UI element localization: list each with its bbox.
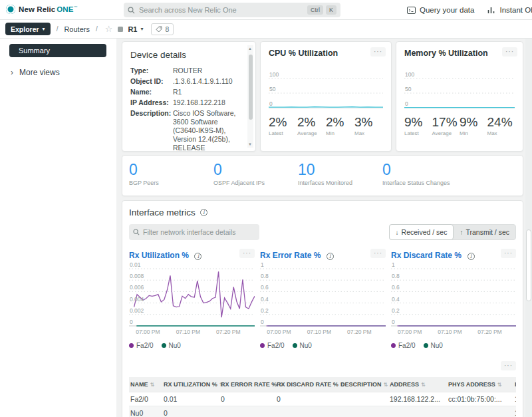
y-axis-label: 0.8: [392, 273, 400, 279]
chart-canvas: [391, 263, 516, 327]
tag-icon: [156, 26, 162, 33]
tags-badge[interactable]: 8: [151, 23, 174, 35]
breadcrumb-separator: /: [96, 25, 98, 33]
kpi-value: 0: [213, 162, 298, 178]
interface-filter[interactable]: [129, 224, 259, 240]
legend-item[interactable]: Nu0: [293, 342, 312, 349]
sidebar-item-more-views[interactable]: › More views: [11, 68, 116, 77]
table-header-row: NAME⇅ RX UTILIZATION %⇅ RX ERROR RATE %⇅…: [129, 377, 516, 392]
query-your-data-button[interactable]: Query your data: [407, 6, 474, 14]
table-row-fa2-0[interactable]: Fa2/0 0.01 0 0 192.168.122.2... cc:01:0b…: [129, 392, 516, 406]
stat-value: 2%: [326, 115, 354, 130]
explorer-dropdown[interactable]: Explorer ▾: [5, 23, 51, 35]
sidebar-item-summary[interactable]: Summary: [9, 44, 106, 57]
table-menu-row: ···: [129, 361, 516, 376]
chart-title[interactable]: Rx Discard Rate %: [391, 251, 462, 260]
transmit-per-sec-toggle[interactable]: ↑ Transmit / sec: [454, 225, 515, 239]
page-scrollbar[interactable]: [525, 39, 532, 417]
cpu-utilization-card: CPU % Utilization ··· 100500 2%Latest 2%…: [260, 41, 392, 152]
interfaces-table: NAME⇅ RX UTILIZATION %⇅ RX ERROR RATE %⇅…: [129, 377, 516, 417]
new-relic-logo-icon: [6, 5, 15, 14]
x-axis-label: 07:10 PM: [307, 329, 331, 335]
new-relic-logo[interactable]: New RelicONE™: [6, 5, 78, 14]
y-axis-label: 0.004: [130, 296, 144, 303]
y-axis-label: 0: [130, 319, 133, 325]
table-cell[interactable]: Fa2/0: [129, 392, 162, 406]
rx-discard-rate-chart[interactable]: 10.80.60.40.20: [391, 263, 516, 327]
transmit-label: Transmit / sec: [466, 228, 509, 236]
kpi-label: Interfaces Monitored: [298, 180, 382, 186]
table-cell: 0.01: [162, 392, 219, 406]
y-axis-label: 0.6: [392, 284, 400, 291]
column-header-name[interactable]: NAME⇅: [129, 377, 162, 392]
stat-label: Latest: [269, 130, 297, 136]
cpu-chart[interactable]: 100500: [269, 72, 383, 108]
global-search[interactable]: Ctrl K: [124, 3, 340, 17]
scrollbar-thumb[interactable]: [526, 229, 531, 301]
instant-observability-button[interactable]: Instant Observability: [487, 6, 532, 14]
chart-title[interactable]: Rx Error Rate %: [260, 251, 321, 260]
card-menu-button[interactable]: ···: [370, 47, 386, 57]
entity-dropdown-r1[interactable]: R1 ▾: [128, 25, 143, 33]
scroll-up-icon[interactable]: ▲: [248, 47, 252, 51]
y-axis-label: 50: [405, 86, 411, 92]
column-header-phys-address[interactable]: PHYS ADDRESS⇅: [447, 377, 513, 392]
scroll-down-icon[interactable]: ▼: [248, 142, 252, 146]
info-icon[interactable]: i: [327, 253, 334, 260]
x-axis-labels: 07:00 PM07:10 PM07:20 PM: [391, 329, 516, 337]
card-menu-button[interactable]: ···: [502, 47, 517, 57]
search-icon: [128, 7, 135, 14]
memory-chart[interactable]: 100500: [404, 72, 515, 108]
device-scrollbar[interactable]: ▲ ▼: [247, 45, 253, 148]
stat-value: 17%: [432, 115, 460, 130]
series-dot: [260, 343, 265, 348]
field-label: Object ID:: [130, 77, 173, 86]
chart-title[interactable]: Rx Utilization %: [129, 251, 189, 260]
info-icon[interactable]: i: [467, 253, 475, 260]
query-your-data-label: Query your data: [420, 6, 474, 14]
sort-icon[interactable]: ⇅: [150, 382, 155, 388]
interface-charts-row: Rx Utilization % i ··· 0.010.0080.0060.0…: [129, 249, 516, 349]
chart-menu-button[interactable]: ···: [239, 249, 255, 258]
column-header-rx-discard-rate[interactable]: RX DISCARD RATE %⇅: [275, 377, 339, 392]
table-row-nu0[interactable]: Nu0 0 11: [129, 406, 516, 417]
kbd-ctrl: Ctrl: [307, 5, 323, 15]
y-axis-label: 50: [269, 86, 275, 92]
chart-menu-button[interactable]: ···: [501, 249, 516, 258]
info-icon[interactable]: i: [200, 209, 207, 216]
memory-stats: 9%Latest 17%Average 9%Min 24%Max: [404, 115, 515, 136]
column-header-description[interactable]: DESCRIPTION⇅: [339, 377, 388, 392]
kpi-bgp-peers: 0BGP Peers: [129, 162, 213, 196]
info-icon[interactable]: i: [194, 253, 201, 260]
interface-metrics-title: Interface metrics i: [129, 208, 516, 217]
column-header-address[interactable]: ADDRESS⇅: [388, 377, 447, 392]
search-input[interactable]: [139, 6, 305, 14]
column-header-rx-utilization[interactable]: RX UTILIZATION %⇅: [162, 377, 219, 392]
field-label: Name:: [130, 88, 173, 96]
rx-error-rate-chart[interactable]: 10.80.60.40.20: [260, 263, 386, 327]
rx-utilization-chart[interactable]: 0.010.0080.0060.0040.0020: [129, 263, 255, 327]
legend-item[interactable]: Fa2/0: [129, 342, 154, 349]
received-per-sec-toggle[interactable]: ↓ Received / sec: [389, 224, 454, 240]
sort-icon[interactable]: ⇅: [384, 382, 388, 388]
legend-label: Nu0: [169, 342, 181, 349]
table-menu-button[interactable]: ···: [501, 361, 516, 370]
table-cell[interactable]: Nu0: [129, 406, 162, 417]
column-header-in[interactable]: IN: [513, 377, 516, 392]
legend-item[interactable]: Fa2/0: [260, 342, 285, 349]
favorite-star-icon[interactable]: ☆: [105, 24, 113, 34]
legend-item[interactable]: Fa2/0: [391, 342, 416, 349]
tag-count: 8: [165, 25, 169, 33]
legend-item[interactable]: Nu0: [424, 342, 443, 349]
y-axis-label: 1: [392, 261, 395, 268]
interface-filter-input[interactable]: [143, 228, 255, 236]
received-label: Received / sec: [402, 228, 448, 236]
scrollbar-thumb[interactable]: [249, 55, 253, 120]
sort-icon[interactable]: ⇅: [497, 382, 502, 388]
column-header-rx-error-rate[interactable]: RX ERROR RATE %⇅: [219, 377, 275, 392]
breadcrumb-item-routers[interactable]: Routers: [64, 25, 90, 33]
chart-legend: Fa2/0 Nu0: [260, 342, 386, 349]
sort-icon[interactable]: ⇅: [421, 382, 426, 388]
legend-item[interactable]: Nu0: [162, 342, 181, 349]
chart-menu-button[interactable]: ···: [370, 249, 386, 258]
